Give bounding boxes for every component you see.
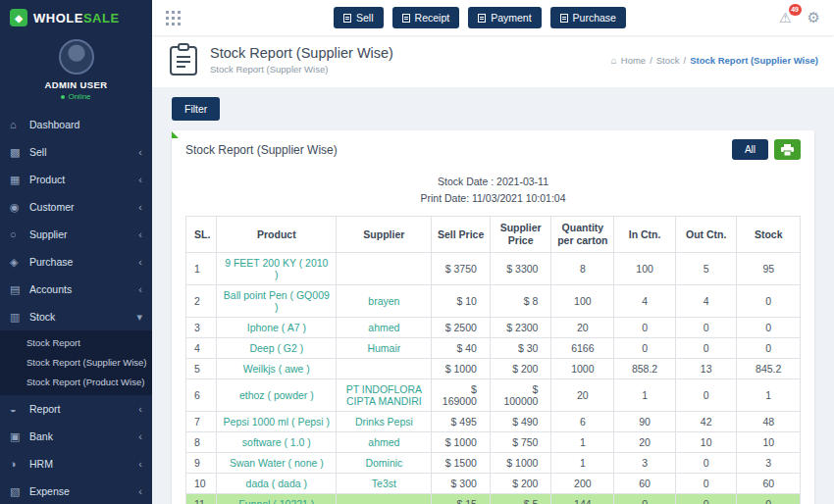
supplier-link[interactable]: Dominic — [337, 453, 432, 474]
cell-stock: 845.2 — [737, 359, 801, 379]
sidebar: ◆ WHOLESALE ADMIN USER Online ⌂Dashboard… — [0, 0, 152, 504]
sidebar-subitem-stock-report-supplier-wise[interactable]: Stock Report (Supplier Wise) — [0, 353, 152, 373]
product-link[interactable]: Ball point Pen ( GQ009 ) — [217, 285, 337, 318]
product-link[interactable]: Iphone ( A7 ) — [217, 318, 337, 338]
sidebar-item-bank[interactable]: ▣Bank‹ — [0, 423, 152, 450]
cell-stock: 0 — [737, 318, 801, 338]
sidebar-item-dashboard[interactable]: ⌂Dashboard — [0, 111, 152, 138]
cell-sell-price: $ 10 — [432, 285, 490, 318]
breadcrumb-item-home[interactable]: Home — [621, 55, 646, 66]
cell-sell-price: $ 495 — [432, 412, 490, 432]
table-row: 10dada ( dada )Te3st$ 300$ 20020060060 — [186, 474, 801, 494]
supplier-link[interactable]: ahmed — [337, 432, 432, 453]
card-title: Stock Report (Supplier Wise) — [185, 143, 338, 157]
cell-out-ctn: 4 — [675, 285, 737, 318]
cell-qty-per-carton: 6166 — [551, 338, 614, 359]
sidebar-item-stock[interactable]: ▥Stock▾ — [0, 303, 152, 330]
chevron-left-icon: ‹ — [138, 458, 142, 470]
sidebar-item-supplier[interactable]: ○Supplier‹ — [0, 221, 152, 248]
sidebar-item-label: Bank — [29, 430, 138, 442]
table-header-row: SL.ProductSupplierSell PriceSupplier Pri… — [186, 217, 801, 253]
product-link[interactable]: Weilkjs ( awe ) — [217, 359, 337, 379]
supplier-link — [337, 253, 432, 285]
cell-out-ctn: 13 — [675, 359, 737, 379]
chevron-left-icon: ‹ — [138, 174, 142, 185]
product-link[interactable]: Swan Water ( none ) — [217, 453, 337, 474]
alerts-warning-icon[interactable]: ⚠49 — [779, 10, 792, 25]
col-header-product: Product — [217, 217, 337, 253]
purchase-button[interactable]: Purchase — [550, 7, 626, 28]
supplier-link[interactable]: Drinks Pepsi — [337, 412, 432, 432]
table-row: 11Funnel ( 10221 )$ 15$ 5144000 — [186, 494, 801, 504]
product-link[interactable]: 9 FEET 200 KY ( 2010 ) — [217, 253, 337, 285]
cell-sl: 10 — [186, 474, 217, 494]
supplier-link[interactable]: brayen — [337, 285, 432, 318]
sidebar-subitem-stock-report-product-wise[interactable]: Stock Report (Product Wise) — [0, 373, 152, 392]
product-link[interactable]: Funnel ( 10221 ) — [217, 494, 337, 504]
cell-stock: 10 — [737, 432, 801, 453]
breadcrumb-separator: / — [684, 55, 687, 66]
logo[interactable]: ◆ WHOLESALE — [0, 0, 152, 33]
breadcrumb-item-stock[interactable]: Stock — [656, 55, 680, 66]
sidebar-item-hrm[interactable]: ◑HRM‹ — [0, 450, 152, 478]
cell-stock: 48 — [737, 412, 801, 432]
col-header-supplier: Supplier — [337, 217, 432, 253]
supplier-link[interactable]: Humair — [337, 338, 432, 359]
topbar-right: ⚠49 ⚙ — [779, 9, 820, 26]
product-link[interactable]: Deep ( G2 ) — [217, 338, 337, 359]
menu-grid-icon[interactable] — [166, 11, 181, 25]
stock-icon: ▥ — [10, 311, 29, 324]
app-window: ◆ WHOLESALE ADMIN USER Online ⌂Dashboard… — [0, 0, 834, 504]
purchase-icon: ◈ — [10, 256, 29, 269]
supplier-link[interactable]: PT INDOFLORA CIPTA MANDIRI — [337, 379, 432, 412]
avatar[interactable] — [59, 39, 94, 75]
sidebar-item-report[interactable]: ◒Report‹ — [0, 395, 152, 423]
cell-supplier-price: $ 8 — [490, 285, 551, 318]
sidebar-item-purchase[interactable]: ◈Purchase‹ — [0, 248, 152, 276]
print-button[interactable] — [774, 139, 801, 160]
col-header-sl: SL. — [186, 217, 217, 253]
user-panel: ADMIN USER Online — [0, 33, 152, 111]
stock-date: Stock Date : 2021-03-11 — [172, 176, 814, 187]
product-link[interactable]: software ( 1.0 ) — [217, 432, 337, 453]
product-link[interactable]: ethoz ( powder ) — [217, 379, 337, 412]
cell-stock: 0 — [737, 494, 801, 504]
chevron-left-icon: ‹ — [138, 485, 142, 497]
sidebar-item-label: Purchase — [29, 256, 138, 268]
sell-button[interactable]: Sell — [334, 7, 384, 28]
cell-qty-per-carton: 6 — [551, 412, 614, 432]
report-card: Stock Report (Supplier Wise) All — [172, 130, 814, 504]
cell-supplier-price: $ 490 — [490, 412, 551, 432]
sidebar-item-sell[interactable]: ▩Sell‹ — [0, 138, 152, 166]
sidebar-item-product[interactable]: ▦Product‹ — [0, 166, 152, 193]
product-link[interactable]: Pepsi 1000 ml ( Pepsi ) — [217, 412, 337, 432]
cell-sell-price: $ 15 — [432, 494, 490, 504]
sell-icon: ▩ — [10, 146, 29, 159]
hrm-icon: ◑ — [10, 458, 29, 470]
product-link[interactable]: dada ( dada ) — [217, 474, 337, 494]
cell-sell-price: $ 2500 — [432, 318, 490, 338]
sidebar-item-accounts[interactable]: ▤Accounts‹ — [0, 276, 152, 303]
cell-supplier-price: $ 200 — [490, 474, 551, 494]
sidebar-item-customer[interactable]: ◉Customer‹ — [0, 193, 152, 221]
cell-sell-price: $ 1000 — [432, 432, 490, 453]
supplier-link — [337, 359, 432, 379]
user-name: ADMIN USER — [0, 79, 152, 90]
bank-icon: ▣ — [10, 430, 29, 443]
cell-qty-per-carton: 1000 — [551, 359, 614, 379]
cell-in-ctn: 90 — [614, 412, 676, 432]
payment-button[interactable]: Payment — [468, 7, 541, 28]
cell-sl: 3 — [186, 318, 217, 338]
sidebar-subitem-stock-report[interactable]: Stock Report — [0, 333, 152, 353]
breadcrumb-item-stock-report-supplier-wise[interactable]: Stock Report (Supplier Wise) — [690, 55, 818, 66]
supplier-link[interactable]: ahmed — [337, 318, 432, 338]
col-header-quantity-per-carton: Quantity per carton — [551, 217, 614, 253]
supplier-link[interactable]: Te3st — [337, 474, 432, 494]
settings-gear-icon[interactable]: ⚙ — [808, 9, 820, 26]
filter-button[interactable]: Filter — [172, 97, 220, 121]
all-button[interactable]: All — [732, 139, 768, 160]
cell-stock: 95 — [737, 253, 801, 285]
receipt-button[interactable]: Receipt — [392, 7, 460, 28]
stock-submenu: Stock ReportStock Report (Supplier Wise)… — [0, 330, 152, 395]
sidebar-item-expense[interactable]: ▧Expense‹ — [0, 478, 152, 504]
